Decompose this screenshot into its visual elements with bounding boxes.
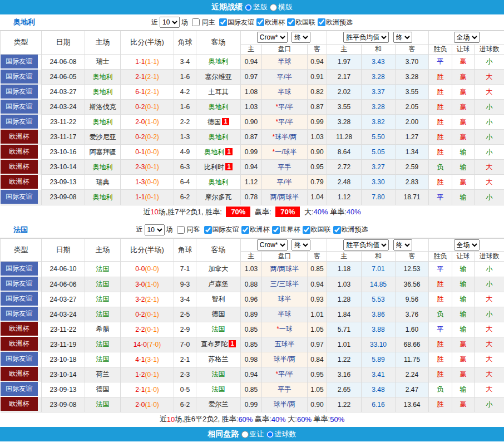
league-label: 欧洲预选: [326, 18, 353, 27]
summary-text: 10: [167, 415, 175, 424]
score-cell: 1-1(0-1): [121, 190, 174, 205]
league-checkbox[interactable]: [333, 226, 341, 234]
goals-result-cell: 小: [475, 190, 504, 205]
handicap-cell: 半球: [262, 85, 308, 100]
europe-home-cell: 2.72: [327, 160, 362, 175]
europe-away-cell: 2.47: [396, 382, 429, 397]
home-team-cell: 奥地利: [85, 85, 121, 100]
same-venue-checkbox[interactable]: [192, 18, 200, 26]
europe-time-select[interactable]: 终: [393, 239, 412, 250]
europe-draw-cell: 5.53: [362, 292, 396, 307]
match-row: 欧洲杯23-09-13瑞典1-3(0-0)6-4奥地利1.12平/半0.792.…: [1, 175, 504, 190]
match-count-select[interactable]: 10: [160, 17, 180, 28]
rank-badge: 1: [225, 148, 233, 155]
summary-text: 60%: [238, 415, 253, 424]
handicap-time-select[interactable]: 终: [291, 32, 310, 43]
goals-result-cell: 大: [475, 70, 504, 85]
handicap-cell: 球半/两: [262, 352, 308, 367]
away-odds-cell: 0.94: [308, 277, 327, 292]
league-filter[interactable]: 国际友谊: [217, 18, 254, 27]
matches-label: 场: [166, 225, 173, 234]
europe-away-cell: 3.28: [396, 70, 429, 85]
handicap-result-cell: 赢: [452, 367, 475, 382]
match-row: 欧洲杯23-11-17爱沙尼亚0-2(0-2)1-3奥地利0.87*球半/两1.…: [1, 130, 504, 145]
league-filter[interactable]: 欧洲预选: [315, 18, 353, 27]
col-corner: 角球: [174, 238, 196, 262]
league-filter[interactable]: 欧洲杯: [239, 225, 270, 234]
goals-radio[interactable]: [266, 431, 274, 438]
match-row: 国际友谊24-06-10法国0-0(0-0)7-1加拿大1.03两/两球半0.8…: [1, 262, 504, 277]
match-row: 国际友谊23-09-13德国2-1(1-0)0-5法国0.85平手1.052.6…: [1, 382, 504, 397]
score-cell: 0-2(0-1): [121, 307, 174, 322]
league-filter[interactable]: 欧洲预选: [331, 225, 368, 234]
home-odds-cell: 0.94: [241, 160, 262, 175]
bookmaker-select[interactable]: Crow*: [257, 239, 288, 250]
home-team-cell: 法国: [85, 292, 121, 307]
league-filter[interactable]: 欧国联: [300, 225, 331, 234]
europe-draw-cell: 3.41: [362, 367, 396, 382]
league-checkbox[interactable]: [318, 18, 325, 26]
scope-select[interactable]: 全场: [454, 239, 480, 250]
home-odds-cell: 1.03: [241, 100, 262, 115]
handicap-time-select[interactable]: 终: [291, 239, 310, 250]
matches-label: 场: [181, 18, 188, 27]
corner-cell: 4-9: [174, 145, 196, 160]
league-cell: 国际友谊: [1, 307, 42, 322]
home-odds-cell: 0.88: [241, 277, 262, 292]
horizontal-radio[interactable]: [270, 4, 277, 11]
europe-away-cell: 12.53: [396, 262, 429, 277]
summary-text: 单率:: [312, 414, 330, 424]
sub-col-result: 胜负: [429, 44, 452, 54]
league-checkbox[interactable]: [287, 18, 295, 26]
league-cell: 国际友谊: [1, 292, 42, 307]
league-filter[interactable]: 欧国联: [285, 18, 315, 27]
europe-time-select[interactable]: 终: [393, 32, 412, 43]
corner-cell: 2-5: [174, 307, 196, 322]
europe-odds-select[interactable]: 胜平负均值: [343, 32, 389, 43]
scope-select[interactable]: 全场: [454, 32, 480, 43]
result-cell: 负: [429, 307, 452, 322]
league-filter[interactable]: 欧洲杯: [254, 18, 285, 27]
same-venue-checkbox[interactable]: [177, 226, 185, 234]
result-cell: 胜: [429, 352, 452, 367]
league-checkbox[interactable]: [204, 226, 212, 234]
trend-option-asian[interactable]: 亚让: [241, 429, 264, 439]
goals-result-cell: 大: [475, 322, 504, 337]
league-cell: 国际友谊: [1, 70, 42, 85]
france-filter-row: 法国 近 10 场 同客 国际友谊欧洲杯世界杯欧国联欧洲预选: [0, 222, 504, 238]
horizontal-radio-label: 横版: [278, 2, 293, 12]
home-team-cell: 法国: [85, 277, 121, 292]
handicap-cell: 五球半: [262, 337, 308, 352]
layout-option-vertical[interactable]: 竖版: [245, 2, 268, 12]
vertical-radio[interactable]: [245, 4, 252, 11]
league-checkbox[interactable]: [219, 18, 227, 26]
away-team-cell: 塞尔维亚: [196, 70, 241, 85]
europe-draw-cell: 3.30: [362, 175, 396, 190]
home-team-cell: 法国: [85, 307, 121, 322]
austria-filters: 近 10 场 同主 国际友谊欧洲杯欧国联欧洲预选: [151, 17, 353, 28]
trend-option-goals[interactable]: 进球数: [266, 429, 297, 439]
europe-odds-select[interactable]: 胜平负均值: [343, 239, 389, 250]
europe-draw-cell: 5.50: [362, 130, 396, 145]
away-team-cell: 直布罗陀1: [196, 337, 241, 352]
league-checkbox[interactable]: [303, 226, 310, 234]
league-filter[interactable]: 国际友谊: [202, 225, 239, 234]
away-odds-cell: 0.95: [308, 160, 327, 175]
league-checkbox[interactable]: [272, 226, 280, 234]
score-cell: 2-0(1-0): [121, 397, 174, 412]
layout-option-horizontal[interactable]: 横版: [270, 2, 293, 12]
summary-text: 50%: [330, 415, 344, 424]
away-odds-cell: 0.82: [308, 85, 327, 100]
europe-away-cell: 3.55: [396, 85, 429, 100]
asian-handicap-radio[interactable]: [241, 431, 249, 438]
match-row: 欧洲杯23-11-19法国14-0(7-0)7-0直布罗陀10.85五球半0.9…: [1, 337, 504, 352]
handicap-result-cell: 输: [452, 322, 475, 337]
match-count-select[interactable]: 10: [145, 224, 165, 235]
handicap-cell: 半球: [262, 54, 308, 70]
league-checkbox[interactable]: [256, 18, 264, 26]
home-odds-cell: 0.87: [241, 130, 262, 145]
league-checkbox[interactable]: [241, 226, 249, 234]
handicap-result-cell: 赢: [452, 397, 475, 412]
bookmaker-select[interactable]: Crow*: [257, 32, 288, 43]
league-filter[interactable]: 世界杯: [270, 225, 300, 234]
